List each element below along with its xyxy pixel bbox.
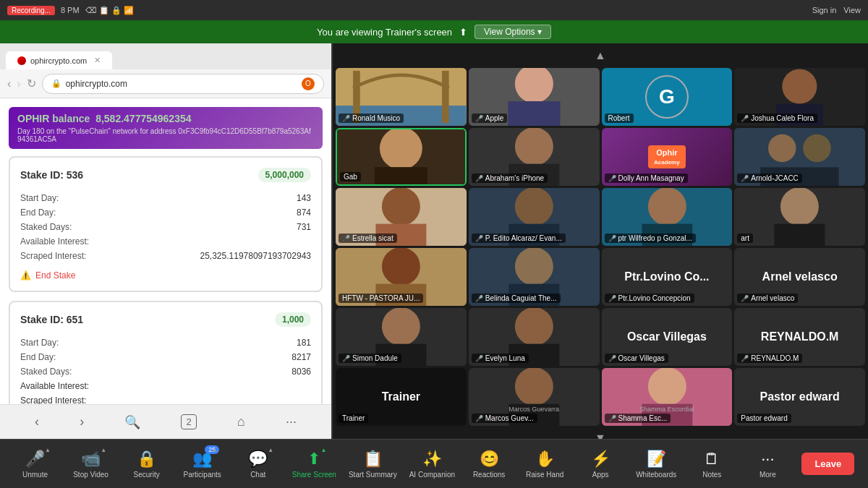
participant-tile-8[interactable]: 🎤 Estrella sicat: [336, 188, 467, 246]
unmute-button[interactable]: 🎤▲ Unmute: [14, 450, 57, 479]
participant-tile-17[interactable]: 🎤 Evelyn Luna: [469, 308, 600, 366]
chat-button[interactable]: 💬▲ Chat: [237, 450, 280, 479]
participant-tile-1[interactable]: 🎤 Apple: [469, 68, 600, 126]
mac-topbar: Recording... 8 PM ⌫ 📋 🔒 📶 Sign in View: [0, 0, 868, 20]
participant-tile-pastor[interactable]: Pastor edward Pastor edward: [734, 368, 865, 426]
mute-icon: 🎤▲: [25, 450, 45, 468]
stop-video-label: Stop Video: [73, 471, 109, 479]
participant-tile-2[interactable]: G Robert: [602, 68, 733, 126]
start-summary-label: Start Summary: [349, 471, 397, 479]
svg-point-39: [382, 308, 420, 346]
grid-up-btn[interactable]: ▲: [587, 48, 613, 64]
share-caret: ▲: [320, 447, 326, 453]
s2-end-val: 8217: [292, 352, 311, 362]
raise-hand-button[interactable]: ✋ Raise Hand: [523, 450, 566, 479]
tab-close[interactable]: ✕: [94, 56, 101, 65]
ai-companion-label: AI Companion: [409, 471, 455, 479]
apps-button[interactable]: ⚡ Apps: [579, 450, 622, 479]
video-icon: 📹▲: [81, 450, 101, 468]
leave-button[interactable]: Leave: [801, 453, 854, 475]
grid-nav-up: ▲: [336, 46, 865, 65]
participant-tile-16[interactable]: 🎤 Simon Dadule: [336, 308, 467, 366]
participant-tile-15[interactable]: Arnel velasco 🎤 Arnel velasco: [734, 248, 865, 306]
url-bar[interactable]: 🔒 ophircrypto.com O: [42, 74, 324, 94]
whiteboards-button[interactable]: 📝 Whiteboards: [634, 450, 678, 479]
start-day-label: Start Day:: [20, 193, 59, 203]
participant-tile-14[interactable]: Ptr.Lovino Co... 🎤 Ptr.Lovino Concepcion: [602, 248, 733, 306]
reactions-button[interactable]: 😊 Reactions: [467, 450, 511, 479]
participant-tile-12[interactable]: HFTW - PASTORA JU...: [336, 248, 467, 306]
whiteboards-icon: 📝: [647, 450, 666, 468]
recording-badge: Recording...: [7, 6, 55, 15]
mute-caret: ▲: [45, 447, 51, 453]
zoom-notification: You are viewing Trainer's screen ⬆ View …: [0, 20, 868, 43]
svg-point-24: [515, 188, 553, 226]
start-summary-button[interactable]: 📋 Start Summary: [349, 450, 397, 479]
participant-tile-0[interactable]: 🎤 Ronald Musico: [336, 68, 467, 126]
svg-rect-6: [508, 101, 560, 126]
stake-card-2: Stake ID: 651 1,000 Start Day: 181 End D…: [9, 301, 323, 404]
participant-tile-shamma[interactable]: 🎤 Shamma Esc... Shamma Escordial: [602, 368, 733, 426]
participant-tile-11[interactable]: art: [734, 188, 865, 246]
zoom-toolbar: 🎤▲ Unmute 📹▲ Stop Video 🔒 Security 👥25 ▲…: [0, 439, 868, 488]
share-screen-button[interactable]: ⬆▲ Share Screen: [292, 450, 336, 479]
topbar-icons: ⌫ 📋 🔒 📶: [85, 6, 134, 15]
participant-tile-10[interactable]: 🎤 ptr Wilfredo p Gonzal...: [602, 188, 733, 246]
tile-name-0: 🎤 Ronald Musico: [339, 114, 404, 123]
mic-icon-19: 🎤: [741, 355, 749, 362]
raise-hand-label: Raise Hand: [526, 471, 563, 479]
ai-companion-button[interactable]: ✨ AI Companion: [409, 450, 455, 479]
participant-tile-3[interactable]: 🎤 Joshua Caleb Flora: [734, 68, 865, 126]
raise-hand-icon: ✋: [535, 450, 555, 468]
refresh-btn[interactable]: ↻: [27, 77, 36, 90]
participant-tile-5[interactable]: 🎤 Abraham's iPhone: [469, 128, 600, 186]
participant-tile-6[interactable]: OphirAcademy 🎤 Dolly Ann Masagnay: [602, 128, 733, 186]
participants-button[interactable]: 👥25 ▲ Participants: [181, 450, 224, 479]
nav-tabs-btn[interactable]: 2: [176, 410, 200, 434]
tile-name-shamma: 🎤 Shamma Esc...: [605, 414, 671, 423]
nav-search-btn[interactable]: 🔍: [120, 410, 145, 435]
participants-label: Participants: [184, 471, 221, 479]
participant-tile-18[interactable]: Oscar Villegas 🎤 Oscar Villegas: [602, 308, 733, 366]
mic-icon-9: 🎤: [475, 235, 483, 242]
browser-tab[interactable]: ophircrypto.com ✕: [6, 51, 112, 69]
end-stake-button-1[interactable]: ⚠️ End Stake: [20, 270, 311, 281]
participant-tile-13[interactable]: 🎤 Belinda Caguiat The...: [469, 248, 600, 306]
svg-point-14: [515, 128, 553, 166]
scraped-label: Scraped Interest:: [20, 251, 86, 261]
nav-more-btn[interactable]: ···: [281, 410, 301, 434]
mic-icon-14: 🎤: [608, 295, 616, 302]
tile-text-15: Arnel velasco: [760, 267, 841, 286]
forward-btn[interactable]: ›: [17, 77, 20, 90]
security-button[interactable]: 🔒 Security: [125, 450, 169, 479]
stake-1-start-row: Start Day: 143: [20, 191, 311, 205]
mic-icon-shamma: 🎤: [608, 415, 616, 422]
tile-name-2: Robert: [605, 114, 634, 123]
nav-back-btn[interactable]: ‹: [30, 410, 43, 434]
tile-text-trainer: Trainer: [379, 388, 423, 406]
view-options-button[interactable]: View Options ▾: [475, 25, 551, 39]
svg-point-42: [515, 308, 553, 346]
video-caret: ▲: [101, 447, 106, 453]
participant-tile-7[interactable]: 🎤 Arnold-JCACC: [734, 128, 865, 186]
end-day-label: End Day:: [20, 207, 56, 218]
chat-label: Chat: [250, 471, 265, 479]
view-link[interactable]: View: [843, 6, 861, 14]
back-btn[interactable]: ‹: [7, 77, 11, 90]
nav-forward-btn[interactable]: ›: [75, 410, 88, 434]
participant-tile-marcos[interactable]: 🎤 Marcos Guev... Marcos Guevarra: [469, 368, 600, 426]
stop-video-button[interactable]: 📹▲ Stop Video: [69, 450, 113, 479]
signin-link[interactable]: Sign in: [812, 6, 837, 14]
lock-icon: 🔒: [51, 79, 61, 88]
participant-tile-4[interactable]: Gab: [336, 128, 467, 186]
mic-icon-7: 🎤: [741, 175, 749, 182]
participant-tile-trainer[interactable]: Trainer Trainer: [336, 368, 467, 426]
mic-icon-5: 🎤: [475, 175, 483, 182]
participant-tile-9[interactable]: 🎤 P. Edito Alcaraz/ Evan...: [469, 188, 600, 246]
tile-name-3: 🎤 Joshua Caleb Flora: [737, 114, 817, 123]
nav-home-btn[interactable]: ⌂: [233, 410, 250, 434]
more-button[interactable]: ··· More: [746, 450, 789, 479]
participant-tile-19[interactable]: REYNALDO.M 🎤 REYNALDO.M: [734, 308, 865, 366]
tile-name-12: HFTW - PASTORA JU...: [339, 294, 423, 303]
notes-button[interactable]: 🗒 Notes: [690, 450, 733, 479]
